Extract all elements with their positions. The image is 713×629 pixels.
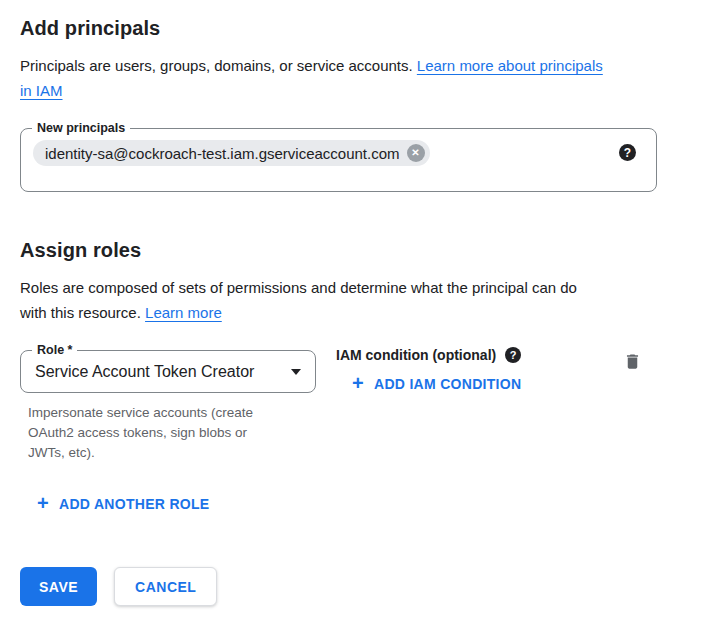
- assign-roles-title: Assign roles: [20, 238, 713, 262]
- new-principals-field[interactable]: New principals identity-sa@cockroach-tes…: [20, 128, 657, 192]
- new-principals-label: New principals: [32, 120, 130, 137]
- cancel-button[interactable]: CANCEL: [114, 567, 217, 606]
- roles-description-line1: Roles are composed of sets of permission…: [20, 279, 577, 296]
- principals-description-text: Principals are users, groups, domains, o…: [20, 57, 417, 74]
- help-icon[interactable]: ?: [619, 144, 636, 161]
- help-icon[interactable]: ?: [505, 347, 521, 363]
- role-label: Role *: [32, 342, 77, 359]
- add-iam-condition-button[interactable]: + ADD IAM CONDITION: [352, 376, 521, 392]
- footer-actions: SAVE CANCEL: [20, 567, 713, 606]
- add-another-role-label: ADD ANOTHER ROLE: [59, 496, 210, 512]
- role-helper-text: Impersonate service accounts (create OAu…: [28, 403, 282, 463]
- learn-more-roles-link[interactable]: Learn more: [145, 304, 222, 321]
- plus-icon: +: [352, 375, 364, 391]
- add-another-role-button[interactable]: + ADD ANOTHER ROLE: [37, 496, 210, 512]
- principal-chip-text: identity-sa@cockroach-test.iam.gservicea…: [45, 145, 400, 162]
- iam-condition-label: IAM condition (optional): [336, 345, 496, 365]
- roles-description-line2: with this resource.: [20, 304, 145, 321]
- role-selected-value: Service Account Token Creator: [35, 363, 291, 381]
- plus-icon: +: [37, 495, 49, 511]
- trash-icon: [623, 352, 642, 371]
- iam-condition-column: IAM condition (optional) ? + ADD IAM CON…: [336, 345, 521, 394]
- add-iam-condition-label: ADD IAM CONDITION: [374, 376, 521, 392]
- role-row: Role * Service Account Token Creator Imp…: [20, 350, 713, 463]
- iam-condition-label-row: IAM condition (optional) ?: [336, 345, 521, 365]
- add-principals-panel: Add principals Principals are users, gro…: [0, 0, 713, 629]
- delete-role-button[interactable]: [623, 352, 642, 371]
- principal-chip: identity-sa@cockroach-test.iam.gservicea…: [33, 140, 430, 166]
- roles-description: Roles are composed of sets of permission…: [20, 275, 680, 325]
- principals-description: Principals are users, groups, domains, o…: [20, 53, 680, 103]
- role-select[interactable]: Role * Service Account Token Creator: [20, 350, 316, 393]
- save-button[interactable]: SAVE: [20, 567, 97, 606]
- role-column: Role * Service Account Token Creator Imp…: [20, 350, 316, 463]
- chevron-down-icon: [291, 369, 301, 375]
- page-title: Add principals: [20, 16, 713, 40]
- close-icon[interactable]: ✕: [407, 144, 425, 162]
